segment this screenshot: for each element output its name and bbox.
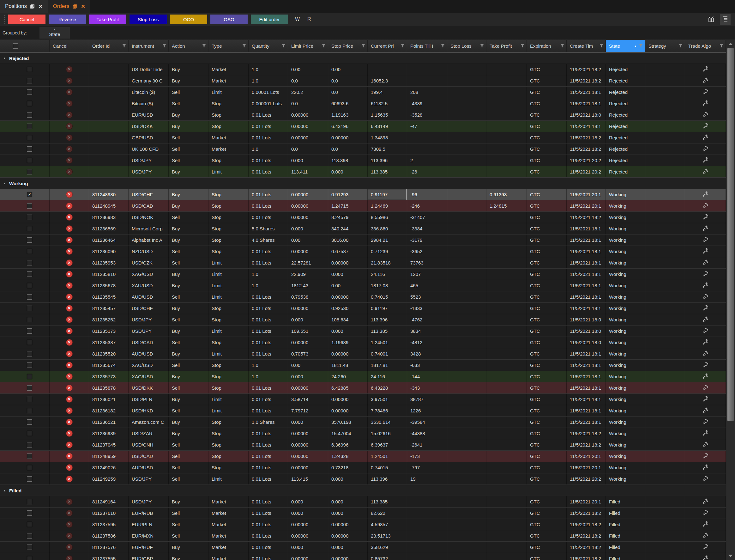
- filter-icon[interactable]: [639, 43, 643, 49]
- cell-cancel[interactable]: ✕: [50, 223, 89, 234]
- oco-button[interactable]: OCO: [170, 15, 207, 24]
- cell-type[interactable]: Market: [209, 496, 249, 507]
- cell-take_profit[interactable]: [486, 223, 527, 234]
- cell-limit_price[interactable]: 0.79538: [288, 291, 328, 302]
- cell-expiration[interactable]: GTC: [527, 246, 567, 257]
- cell-trade_algo[interactable]: [685, 542, 726, 553]
- cell-cancel[interactable]: ✕: [50, 246, 89, 257]
- row-checkbox[interactable]: [27, 385, 32, 391]
- cell-points[interactable]: -26: [407, 166, 447, 177]
- table-row[interactable]: ✕Germany 30 CBuyMarket1.00.00.016052.3GT…: [0, 75, 726, 87]
- cell-current_price[interactable]: 199.4: [367, 87, 407, 98]
- hotkey-w[interactable]: W: [295, 16, 300, 22]
- select-all-checkbox[interactable]: [13, 43, 18, 49]
- cell-cancel[interactable]: ✕: [50, 405, 89, 416]
- cell-current_price[interactable]: 61132.5: [367, 98, 407, 109]
- cell-take_profit[interactable]: [486, 280, 527, 291]
- cancel-order-icon[interactable]: ✕: [66, 123, 73, 130]
- table-row[interactable]: ✕Bitcoin ($)SellStop0.000001 Lots0.06069…: [0, 98, 726, 109]
- cell-type[interactable]: Stop: [209, 462, 249, 473]
- cell-points[interactable]: [407, 75, 447, 86]
- cell-type[interactable]: Limit: [209, 291, 249, 302]
- cell-points[interactable]: -3652: [407, 246, 447, 257]
- cell-expiration[interactable]: GTC: [527, 496, 567, 507]
- column-header-quantity[interactable]: Quantity: [249, 40, 288, 52]
- cell-stop_price[interactable]: 0.000: [328, 542, 367, 553]
- wrench-icon[interactable]: [702, 282, 708, 289]
- cell-quantity[interactable]: 0.01 Lots: [249, 291, 288, 302]
- cell-cancel[interactable]: ✕: [50, 553, 89, 560]
- cell-instrument[interactable]: EUR/USD: [129, 109, 169, 120]
- cell-instrument[interactable]: US Dollar Inde: [129, 64, 169, 75]
- cell-instrument[interactable]: EUR/HUF: [129, 542, 169, 553]
- cell-stop_loss[interactable]: [447, 87, 486, 98]
- hotkey-r[interactable]: R: [307, 16, 311, 22]
- cell-order_id[interactable]: 811235678: [89, 280, 129, 291]
- cell-current_price[interactable]: 1.24501: [367, 337, 407, 348]
- cancel-order-icon[interactable]: ✕: [66, 498, 73, 505]
- cell-action[interactable]: Buy: [169, 200, 209, 211]
- cell-trade_algo[interactable]: [685, 428, 726, 439]
- cell-limit_price[interactable]: 109.551: [288, 326, 328, 337]
- grouped-by-chip[interactable]: ▲ State: [40, 27, 70, 39]
- cell-expiration[interactable]: GTC: [527, 326, 567, 337]
- oso-button[interactable]: OSO: [210, 15, 248, 24]
- cell-state[interactable]: Rejected: [606, 64, 645, 75]
- cell-select[interactable]: [10, 553, 50, 560]
- cell-strategy[interactable]: [645, 473, 685, 484]
- cell-action[interactable]: Buy: [169, 280, 209, 291]
- column-header-order_id[interactable]: Order Id: [89, 40, 129, 52]
- cell-order_id[interactable]: 811237555: [89, 553, 129, 560]
- cell-instrument[interactable]: USD/JPY: [129, 314, 169, 325]
- cell-stop_loss[interactable]: [447, 439, 486, 450]
- wrench-icon[interactable]: [702, 214, 708, 221]
- cell-create_time[interactable]: 11/5/2021 18:2: [567, 132, 606, 143]
- table-row[interactable]: ✕811236182USD/HKDSellLimit0.01 Lots7.797…: [0, 405, 726, 417]
- cell-strategy[interactable]: [645, 303, 685, 314]
- table-row[interactable]: ✕811237555EUR/GBPBuyMarket0.01 Lots0.000…: [0, 553, 726, 560]
- cell-points[interactable]: [407, 508, 447, 519]
- table-row[interactable]: ✕811237045USD/CNHSellStop0.01 Lots0.0000…: [0, 439, 726, 451]
- cell-action[interactable]: Buy: [169, 189, 209, 200]
- cell-stop_price[interactable]: 0.00000: [328, 519, 367, 530]
- cell-type[interactable]: Market: [209, 519, 249, 530]
- cell-trade_algo[interactable]: [685, 155, 726, 166]
- cell-create_time[interactable]: 11/5/2021 20:1: [567, 462, 606, 473]
- cell-trade_algo[interactable]: [685, 200, 726, 211]
- cell-select[interactable]: [10, 496, 50, 507]
- cell-create_time[interactable]: 11/5/2021 18:1: [567, 98, 606, 109]
- cell-current_price[interactable]: 1.24501: [367, 451, 407, 462]
- cell-quantity[interactable]: 0.01 Lots: [249, 508, 288, 519]
- cell-select[interactable]: ✓: [10, 189, 50, 200]
- cell-quantity[interactable]: 0.01 Lots: [249, 189, 288, 200]
- cell-trade_algo[interactable]: [685, 417, 726, 428]
- cell-action[interactable]: Buy: [169, 542, 209, 553]
- cell-quantity[interactable]: 1.0: [249, 64, 288, 75]
- cell-trade_algo[interactable]: [685, 166, 726, 177]
- table-row[interactable]: ✕811236464Alphabet Inc ABuyStop4.0 Share…: [0, 234, 726, 246]
- wrench-icon[interactable]: [702, 350, 708, 357]
- cell-instrument[interactable]: AUD/USD: [129, 348, 169, 359]
- filter-icon[interactable]: [678, 43, 683, 49]
- cell-limit_price[interactable]: 0.00000: [288, 519, 328, 530]
- cell-points[interactable]: [407, 132, 447, 143]
- cell-expiration[interactable]: GTC: [527, 371, 567, 382]
- cell-select[interactable]: [10, 337, 50, 348]
- cell-action[interactable]: Buy: [169, 496, 209, 507]
- wrench-icon[interactable]: [702, 271, 708, 278]
- cell-select[interactable]: [10, 473, 50, 484]
- cell-stop_price[interactable]: 0.00000: [328, 257, 367, 268]
- cell-instrument[interactable]: USD/CHF: [129, 189, 169, 200]
- cell-cancel[interactable]: ✕: [50, 303, 89, 314]
- cell-state[interactable]: Working: [606, 291, 645, 302]
- cell-state[interactable]: Rejected: [606, 132, 645, 143]
- cell-action[interactable]: Buy: [169, 234, 209, 246]
- wrench-icon[interactable]: [702, 464, 708, 471]
- column-header-cancel[interactable]: Cancel: [50, 40, 89, 52]
- cell-limit_price[interactable]: 0.000: [288, 155, 328, 166]
- row-checkbox[interactable]: [27, 101, 32, 106]
- cell-strategy[interactable]: [645, 189, 685, 200]
- cell-action[interactable]: Sell: [169, 473, 209, 484]
- cell-type[interactable]: Stop: [209, 121, 249, 132]
- wrench-icon[interactable]: [702, 146, 708, 153]
